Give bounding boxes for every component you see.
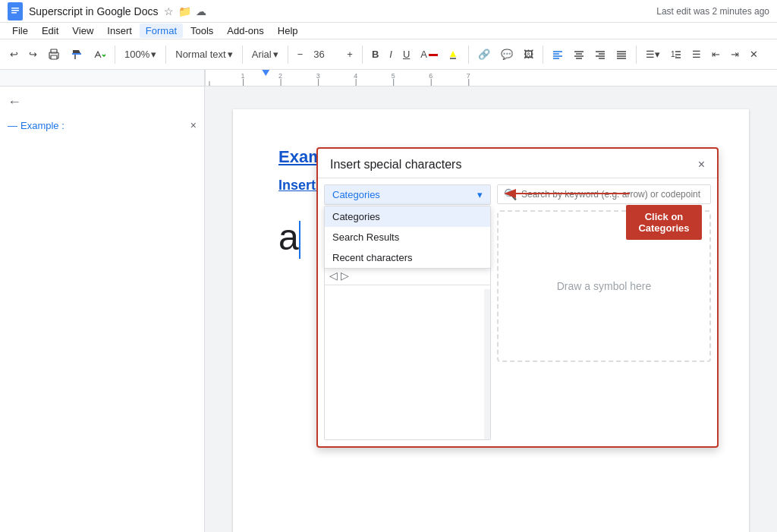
text-color-underline (429, 54, 438, 56)
highlight-button[interactable] (445, 47, 463, 62)
increase-indent-button[interactable]: ⇥ (727, 46, 743, 62)
cloud-icon[interactable]: ☁ (196, 5, 206, 17)
char-grid-prev-icon[interactable]: ◁ (329, 269, 338, 282)
draw-area-label: Draw a symbol here (557, 280, 652, 292)
image-button[interactable]: 🖼 (520, 46, 537, 62)
toolbar: ↩ ↪ 100% ▾ Normal text ▾ Arial ▾ − 36 + … (0, 39, 777, 70)
italic-button[interactable]: I (385, 46, 396, 62)
sidebar-close-icon[interactable]: × (190, 119, 197, 131)
dropdown-item-categories[interactable]: Categories (325, 206, 490, 227)
font-size-value[interactable]: 36 (310, 46, 340, 62)
link-button[interactable]: 🔗 (474, 46, 494, 62)
svg-text:3: 3 (316, 72, 320, 80)
underline-button[interactable]: U (399, 46, 414, 62)
dropdown-chevron-icon: ▾ (477, 189, 483, 200)
svg-rect-3 (11, 12, 17, 14)
svg-rect-1 (11, 8, 19, 9)
doc-area: Example : Insert Superscript text a to t… (205, 87, 777, 532)
menu-help[interactable]: Help (272, 24, 304, 38)
dialog-title: Insert special characters (330, 158, 461, 172)
toolbar-divider-5 (362, 46, 363, 64)
char-grid-scrollbar[interactable] (484, 289, 490, 439)
toolbar-divider-4 (288, 46, 288, 64)
undo-button[interactable]: ↩ (6, 46, 22, 62)
menu-insert[interactable]: Insert (101, 24, 138, 38)
style-value: Normal text (175, 49, 225, 60)
menu-file[interactable]: File (6, 24, 34, 38)
svg-rect-0 (10, 5, 20, 18)
sidebar-back-button[interactable]: ← (8, 94, 197, 110)
content-area: ← — Example : × Example : Insert Supersc… (0, 87, 777, 532)
svg-rect-2 (11, 10, 19, 11)
toolbar-divider-7 (543, 46, 543, 64)
increase-font-button[interactable]: + (343, 46, 357, 62)
decrease-indent-button[interactable]: ⇤ (708, 46, 724, 62)
dropdown-item-recent[interactable]: Recent characters (325, 247, 490, 268)
title-bar: Superscript in Google Docs ☆ 📁 ☁ Last ed… (0, 0, 777, 23)
toolbar-divider-2 (165, 46, 166, 64)
bulleted-list-button[interactable]: ☰ (688, 46, 705, 62)
toolbar-divider-8 (636, 46, 637, 64)
char-grid-header: ◁ ▷ (325, 266, 490, 285)
menu-edit[interactable]: Edit (36, 24, 64, 38)
toolbar-divider-3 (242, 46, 243, 64)
clear-formatting-button[interactable]: ✕ (746, 46, 762, 62)
numbered-list-button[interactable]: 1. (667, 47, 685, 62)
svg-text:1: 1 (241, 72, 245, 80)
char-grid-next-icon[interactable]: ▷ (341, 269, 349, 282)
annotation-arrow (512, 190, 634, 212)
redo-button[interactable]: ↪ (25, 46, 41, 62)
insert-special-characters-dialog: Insert special characters × Categories ▾ (316, 147, 719, 448)
svg-text:4: 4 (354, 72, 357, 80)
print-button[interactable] (44, 46, 64, 63)
comment-button[interactable]: 💬 (497, 46, 517, 62)
text-color-label: A (420, 49, 427, 60)
text-color-button[interactable]: A (417, 46, 442, 62)
bold-button[interactable]: B (368, 46, 382, 62)
style-selector[interactable]: Normal text ▾ (171, 46, 236, 62)
font-value: Arial (252, 49, 272, 60)
align-justify-button[interactable] (612, 47, 631, 62)
annotation-box: Click on Categories (626, 205, 702, 240)
dropdown-item-search-results[interactable]: Search Results (325, 227, 490, 247)
dropdown-selected-label: Categories (332, 189, 380, 200)
doc-letter-text: a (278, 217, 299, 257)
ruler-left (0, 70, 205, 86)
ruler: 1 2 3 4 5 6 7 (0, 70, 777, 87)
menu-bar: File Edit View Insert Format Tools Add-o… (0, 23, 777, 39)
star-icon[interactable]: ☆ (164, 5, 174, 17)
menu-addons[interactable]: Add-ons (221, 24, 269, 38)
sidebar-item-example[interactable]: — Example : × (8, 116, 197, 134)
align-left-button[interactable] (549, 47, 567, 62)
last-edit-text: Last edit was 2 minutes ago (656, 6, 769, 17)
categories-dropdown[interactable]: Categories ▾ (324, 184, 491, 205)
svg-text:2: 2 (278, 72, 282, 80)
doc-icon (8, 2, 23, 20)
line-spacing-button[interactable]: ☰▾ (642, 46, 664, 62)
align-center-button[interactable] (570, 47, 588, 62)
text-cursor (299, 221, 300, 259)
dialog-left-panel: Categories ▾ Categories Search Results R… (324, 184, 491, 440)
paintformat-button[interactable] (67, 46, 87, 63)
decrease-font-button[interactable]: − (294, 46, 307, 62)
ruler-right: 1 2 3 4 5 6 7 (205, 70, 777, 87)
toolbar-divider-1 (115, 46, 115, 64)
dialog-close-button[interactable]: × (698, 158, 705, 172)
sidebar-item-dash: — (8, 120, 17, 131)
toolbar-divider-6 (468, 46, 469, 64)
zoom-value: 100% (124, 49, 149, 60)
menu-tools[interactable]: Tools (184, 24, 219, 38)
folder-icon[interactable]: 📁 (178, 5, 191, 17)
title-icons: ☆ 📁 ☁ (164, 5, 206, 17)
document-title: Superscript in Google Docs (29, 5, 158, 17)
svg-rect-6 (51, 55, 57, 59)
svg-text:6: 6 (429, 72, 433, 80)
zoom-selector[interactable]: 100% ▾ (121, 46, 160, 62)
menu-view[interactable]: View (66, 24, 99, 38)
font-selector[interactable]: Arial ▾ (248, 46, 282, 62)
align-right-button[interactable] (591, 47, 609, 62)
spellcheck-button[interactable] (90, 46, 109, 63)
dialog-header: Insert special characters × (318, 149, 717, 178)
svg-text:5: 5 (392, 72, 395, 80)
menu-format[interactable]: Format (140, 24, 183, 38)
